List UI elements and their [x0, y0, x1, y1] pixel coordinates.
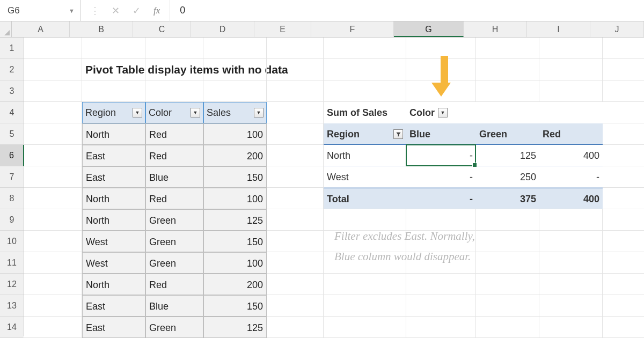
- row-header-9[interactable]: 9: [0, 209, 24, 231]
- cancel-icon[interactable]: ✕: [112, 5, 120, 17]
- pivot-row-north[interactable]: North: [324, 145, 406, 166]
- cell-I4[interactable]: [539, 102, 603, 123]
- filter-dropdown-icon[interactable]: ▼: [254, 108, 264, 117]
- cell-F5[interactable]: Region: [324, 123, 406, 145]
- spreadsheet-grid[interactable]: 1234567891011121314 Filter excludes East…: [0, 38, 644, 336]
- cell-B2[interactable]: Pivot Table display items with no data: [82, 59, 145, 80]
- col-header-G[interactable]: G: [394, 21, 464, 37]
- cell-A13[interactable]: [24, 295, 82, 317]
- col-header-I[interactable]: I: [527, 21, 590, 37]
- cell-H13[interactable]: [476, 295, 539, 317]
- cell-A1[interactable]: [24, 38, 82, 59]
- cell-F4[interactable]: Sum of Sales: [324, 102, 406, 123]
- cell-A12[interactable]: [24, 274, 82, 295]
- cell-F12[interactable]: [324, 274, 406, 295]
- cell-A6[interactable]: [24, 145, 82, 166]
- cell-E5[interactable]: [267, 123, 324, 145]
- row-header-6[interactable]: 6: [0, 145, 24, 166]
- cell-A7[interactable]: [24, 166, 82, 188]
- row-header-4[interactable]: 4: [0, 102, 24, 123]
- row-header-5[interactable]: 5: [0, 123, 24, 145]
- src-color[interactable]: Green: [145, 252, 203, 274]
- name-box[interactable]: G6 ▼: [0, 0, 80, 21]
- cell-E6[interactable]: [267, 145, 324, 166]
- src-region[interactable]: East: [82, 145, 145, 166]
- cell-E9[interactable]: [267, 209, 324, 231]
- row-header-1[interactable]: 1: [0, 38, 24, 59]
- cell-J5[interactable]: [603, 123, 644, 145]
- cell-E13[interactable]: [267, 295, 324, 317]
- cell-J8[interactable]: [603, 188, 644, 209]
- src-region[interactable]: North: [82, 123, 145, 145]
- cell-G14[interactable]: [406, 317, 476, 338]
- row-header-13[interactable]: 13: [0, 295, 24, 317]
- cell-B3[interactable]: [82, 80, 145, 102]
- cell-A2[interactable]: [24, 59, 82, 80]
- cell-E11[interactable]: [267, 252, 324, 274]
- cell-F3[interactable]: [324, 80, 406, 102]
- col-header-B[interactable]: B: [70, 21, 133, 37]
- src-region[interactable]: East: [82, 317, 145, 338]
- cell-H12[interactable]: [476, 274, 539, 295]
- pivot-total-val[interactable]: 400: [539, 188, 603, 209]
- pivot-val[interactable]: 250: [476, 166, 539, 188]
- cell-I12[interactable]: [539, 274, 603, 295]
- pivot-total-val[interactable]: 375: [476, 188, 539, 209]
- cell-I9[interactable]: [539, 209, 603, 231]
- cell-E10[interactable]: [267, 231, 324, 252]
- src-color[interactable]: Red: [145, 123, 203, 145]
- cell-E14[interactable]: [267, 317, 324, 338]
- cell-E1[interactable]: [267, 38, 324, 59]
- src-header-sales[interactable]: Sales▼: [203, 102, 267, 123]
- row-header-11[interactable]: 11: [0, 252, 24, 274]
- cell-J9[interactable]: [603, 209, 644, 231]
- pivot-val[interactable]: -: [406, 145, 476, 166]
- src-color[interactable]: Blue: [145, 166, 203, 188]
- cell-I2[interactable]: [539, 59, 603, 80]
- cell-H3[interactable]: [476, 80, 539, 102]
- cell-J6[interactable]: [603, 145, 644, 166]
- src-color[interactable]: Red: [145, 274, 203, 295]
- cell-I1[interactable]: [539, 38, 603, 59]
- cell-E2[interactable]: [267, 59, 324, 80]
- cell-D1[interactable]: [203, 38, 267, 59]
- row-header-3[interactable]: 3: [0, 80, 24, 102]
- cell-I3[interactable]: [539, 80, 603, 102]
- src-color[interactable]: Green: [145, 317, 203, 338]
- src-sales[interactable]: 200: [203, 274, 267, 295]
- src-header-region[interactable]: Region▼: [82, 102, 145, 123]
- src-sales[interactable]: 125: [203, 317, 267, 338]
- src-sales[interactable]: 100: [203, 188, 267, 209]
- cell-A4[interactable]: [24, 102, 82, 123]
- cell-A11[interactable]: [24, 252, 82, 274]
- cell-E7[interactable]: [267, 166, 324, 188]
- pivot-val[interactable]: -: [539, 166, 603, 188]
- col-header-J[interactable]: J: [590, 21, 644, 37]
- cell-B1[interactable]: [82, 38, 145, 59]
- pivot-val[interactable]: -: [406, 166, 476, 188]
- src-sales[interactable]: 150: [203, 166, 267, 188]
- row-header-7[interactable]: 7: [0, 166, 24, 188]
- pivot-color-dropdown[interactable]: ▼: [438, 108, 448, 117]
- cell-J2[interactable]: [603, 59, 644, 80]
- src-region[interactable]: East: [82, 295, 145, 317]
- cell-I14[interactable]: [539, 317, 603, 338]
- src-region[interactable]: North: [82, 188, 145, 209]
- cell-F14[interactable]: [324, 317, 406, 338]
- src-sales[interactable]: 150: [203, 295, 267, 317]
- cell-E8[interactable]: [267, 188, 324, 209]
- cell-J7[interactable]: [603, 166, 644, 188]
- cell-G12[interactable]: [406, 274, 476, 295]
- src-sales[interactable]: 100: [203, 123, 267, 145]
- src-region[interactable]: East: [82, 166, 145, 188]
- cell-I13[interactable]: [539, 295, 603, 317]
- cell-H1[interactable]: [476, 38, 539, 59]
- src-color[interactable]: Red: [145, 145, 203, 166]
- pivot-row-west[interactable]: West: [324, 166, 406, 188]
- cell-E3[interactable]: [267, 80, 324, 102]
- col-header-E[interactable]: E: [254, 21, 311, 37]
- src-region[interactable]: North: [82, 274, 145, 295]
- enter-icon[interactable]: ✓: [133, 5, 141, 17]
- cell-F13[interactable]: [324, 295, 406, 317]
- cell-A8[interactable]: [24, 188, 82, 209]
